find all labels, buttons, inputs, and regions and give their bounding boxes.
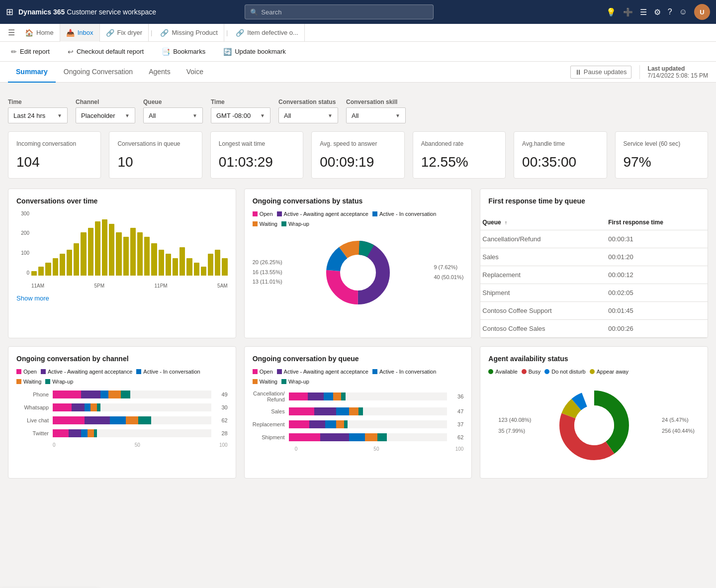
inbox-tab-icon: 📥 bbox=[66, 29, 75, 37]
filter-channel-value: Placeholder bbox=[81, 112, 115, 119]
edit-report-button[interactable]: ✏ Edit report bbox=[8, 46, 53, 58]
kpi-incoming: Incoming conversation 104 bbox=[8, 131, 101, 179]
bookmarks-button[interactable]: 📑 Bookmarks bbox=[159, 46, 208, 58]
last-updated-value: 7/14/2022 5:08: 15 PM bbox=[648, 72, 708, 79]
aa-away-color bbox=[590, 369, 595, 374]
tab-fix-dryer[interactable]: 🔗 Fix dryer bbox=[100, 24, 149, 42]
bar-item bbox=[116, 232, 121, 276]
checkout-report-button[interactable]: ↩ Checkout default report bbox=[65, 46, 147, 58]
bar-value: 62 bbox=[215, 417, 228, 423]
bar-segment bbox=[333, 392, 341, 400]
queue-table-wrapper[interactable]: Queue ↑ First response time Cancellation… bbox=[480, 215, 708, 338]
bar-value: 37 bbox=[451, 421, 463, 427]
kpi-longest-wait-title: Longest wait time bbox=[219, 140, 295, 148]
bar-chart: 300 200 100 0 11AM 5PM 11PM 5AM bbox=[16, 211, 228, 291]
bar-segment bbox=[85, 416, 110, 424]
channel-x-axis: 0 50 100 bbox=[16, 442, 228, 448]
legend-waiting: Waiting bbox=[253, 221, 277, 227]
donut-label-pct20: 20 (26.25%) bbox=[253, 258, 282, 268]
tab-home[interactable]: 🏠 Home bbox=[19, 24, 60, 42]
channel-bars: Phone49Whatsapp30Live chat62Twitter28 bbox=[16, 391, 228, 437]
bar-track bbox=[289, 433, 448, 441]
legend-active-await-label: Active - Awaiting agent acceptance bbox=[284, 211, 368, 217]
agent-label-dnd: 24 (5.47%) bbox=[662, 414, 695, 425]
bar-item bbox=[166, 254, 171, 275]
table-row: Contoso Coffee Support00:01:45 bbox=[480, 301, 708, 319]
bq-legend-waiting: Waiting bbox=[253, 379, 277, 385]
bc-legend-waiting-color bbox=[16, 379, 21, 384]
show-more-button[interactable]: Show more bbox=[16, 294, 228, 302]
kpi-in-queue: Conversations in queue 10 bbox=[109, 131, 202, 179]
bar-value: 36 bbox=[451, 393, 463, 399]
search-input[interactable] bbox=[261, 8, 428, 16]
last-updated: Last updated 7/14/2022 5:08: 15 PM bbox=[639, 65, 708, 79]
legend-open: Open bbox=[253, 211, 273, 217]
legend-open-color bbox=[253, 211, 258, 216]
bq-legend-open-color bbox=[253, 369, 258, 374]
bar-item bbox=[45, 263, 51, 276]
queue-time: 00:00:31 bbox=[606, 230, 708, 248]
tab-missing-product[interactable]: 🔗 Missing Product bbox=[154, 24, 224, 42]
filter-conv-status-label: Conversation status bbox=[278, 98, 338, 105]
filter-icon[interactable]: ☰ bbox=[640, 7, 647, 17]
tab-home-label: Home bbox=[36, 29, 54, 36]
feedback-icon[interactable]: ☺ bbox=[679, 7, 687, 16]
legend-active-await: Active - Awaiting agent acceptance bbox=[277, 211, 368, 217]
tab-agents[interactable]: Agents bbox=[141, 62, 179, 83]
tab-menu-icon[interactable]: ☰ bbox=[4, 28, 19, 37]
kpi-abandoned-value: 12.55% bbox=[421, 154, 497, 170]
bar-value: 49 bbox=[215, 392, 228, 397]
bar-segment bbox=[110, 416, 126, 424]
bar-segment bbox=[320, 433, 349, 441]
bar-segment bbox=[94, 429, 97, 437]
filter-conv-status-select[interactable]: All ▼ bbox=[278, 107, 338, 123]
filters-row: Time Last 24 hrs ▼ Channel Placeholder ▼… bbox=[8, 98, 708, 123]
tab-item-defective[interactable]: 🔗 Item defective o... bbox=[230, 24, 305, 42]
list-item: Shipment62 bbox=[253, 433, 464, 441]
list-item: Cancellation/ Refund36 bbox=[253, 391, 464, 402]
add-icon[interactable]: ➕ bbox=[623, 7, 633, 17]
filter-conv-skill-select[interactable]: All ▼ bbox=[346, 107, 406, 123]
lightbulb-icon[interactable]: 💡 bbox=[606, 7, 616, 17]
filter-queue-select[interactable]: All ▼ bbox=[143, 107, 203, 123]
aa-legend-busy: Busy bbox=[522, 369, 540, 375]
col-queue-header[interactable]: Queue ↑ bbox=[480, 215, 606, 230]
user-avatar[interactable]: U bbox=[694, 4, 710, 20]
obs-legend: Open Active - Awaiting agent acceptance … bbox=[253, 211, 464, 227]
search-box[interactable]: 🔍 bbox=[245, 4, 434, 19]
aa-legend: Available Busy Do not disturb Appear awa… bbox=[488, 369, 700, 375]
bar-segment bbox=[324, 392, 333, 400]
kpi-in-queue-title: Conversations in queue bbox=[117, 140, 193, 148]
filter-channel-select[interactable]: Placeholder ▼ bbox=[76, 107, 135, 123]
help-icon[interactable]: ? bbox=[668, 7, 672, 16]
pause-updates-button[interactable]: ⏸ Pause updates bbox=[570, 66, 631, 79]
donut-label-pct9: 9 (7.62%) bbox=[434, 263, 463, 273]
bar-segment bbox=[53, 429, 69, 437]
tab-ongoing-conversation[interactable]: Ongoing Conversation bbox=[56, 62, 141, 83]
tab-summary[interactable]: Summary bbox=[8, 62, 56, 83]
filter-time-select[interactable]: Last 24 hrs ▼ bbox=[8, 107, 68, 123]
bar-item bbox=[53, 258, 58, 276]
bar-item bbox=[222, 258, 227, 276]
settings-icon[interactable]: ⚙ bbox=[654, 7, 661, 17]
donut-obs-labels-left: 20 (26.25%) 16 (13.55%) 13 (11.01%) bbox=[253, 258, 282, 287]
update-bookmark-button[interactable]: 🔄 Update bookmark bbox=[220, 46, 289, 58]
kpi-avg-speed-value: 00:09:19 bbox=[320, 154, 396, 170]
filter-conv-skill-arrow: ▼ bbox=[395, 113, 400, 118]
queue-name: Contoso Coffee Sales bbox=[480, 319, 606, 337]
bar-label: Replacement bbox=[253, 421, 285, 427]
bc-legend-waiting: Waiting bbox=[16, 379, 41, 385]
checkout-report-label: Checkout default report bbox=[77, 48, 144, 55]
filter-time-value: Last 24 hrs bbox=[13, 112, 45, 119]
legend-active-conv-label: Active - In conversation bbox=[379, 211, 436, 217]
kpi-abandoned-title: Abandoned rate bbox=[421, 140, 497, 148]
grid-menu-icon[interactable]: ⊞ bbox=[6, 6, 13, 17]
legend-active-await-color bbox=[277, 211, 282, 216]
chart-cot-title: Conversations over time bbox=[16, 197, 228, 205]
fr-title-area: First response time by queue bbox=[480, 189, 708, 215]
x-axis: 11AM 5PM 11PM 5AM bbox=[31, 276, 228, 291]
tab-voice[interactable]: Voice bbox=[179, 62, 211, 83]
tab-inbox[interactable]: 📥 Inbox bbox=[60, 24, 100, 42]
filter-time2-select[interactable]: GMT -08:00 ▼ bbox=[211, 107, 270, 123]
donut-obs: 20 (26.25%) 16 (13.55%) 13 (11.01%) bbox=[253, 233, 464, 312]
